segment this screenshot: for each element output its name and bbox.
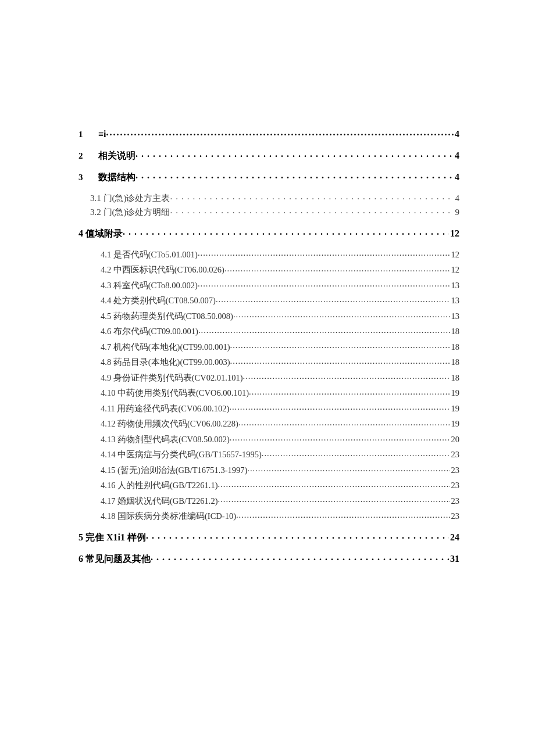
- toc-page: 23: [450, 497, 460, 506]
- toc-page: 23: [450, 512, 460, 521]
- toc-label: 4.2 中西医标识代码(CT06.00.026): [101, 266, 224, 274]
- toc-entry-4-10: 4.10 中药使用类别代码表(CVO6.00.101) 19: [79, 388, 459, 397]
- toc-page: 12: [450, 250, 460, 259]
- toc-label: 3.1 门(急)诊处方主表: [90, 194, 170, 203]
- toc-label: 4.13 药物剂型代码表(CV08.50.002): [101, 435, 230, 444]
- toc-entry-4-5: 4.5 药物药理类别代码(CT08.50.008) 13: [79, 310, 459, 320]
- toc-page: 19: [450, 404, 460, 413]
- toc-entry-3-2: 3.2 门(急)诊处方明细 9: [79, 206, 459, 217]
- toc-page: 24: [449, 533, 459, 542]
- toc-leader: [224, 264, 450, 273]
- toc-page: 18: [450, 343, 460, 352]
- toc-entry-6: 6 常见问题及其他 31: [79, 553, 459, 564]
- toc-entry-4-11: 4.11 用药途径代码表(CV06.00.102) 19: [79, 403, 459, 413]
- toc-label: 3.2 门(急)诊处方明细: [90, 208, 170, 217]
- toc-leader: [229, 403, 450, 411]
- toc-page: 23: [450, 481, 460, 490]
- toc-entry-2: 2 相关说明 4: [79, 149, 459, 160]
- toc-label: 4 值域附录: [79, 229, 123, 238]
- toc-label: 4.1 是否代码(CTo5.01.001): [101, 250, 198, 259]
- toc-entry-4-18: 4.18 国际疾病分类标准编码(ICD-10) 23: [79, 511, 459, 521]
- toc-leader: [216, 295, 450, 304]
- toc-label: 4.17 婚姻状况代码(GB/T2261.2): [101, 497, 218, 506]
- toc-label: 4.7 机构代码(本地化)(CT99.00.001): [101, 343, 230, 352]
- toc-page: 4: [454, 194, 460, 203]
- toc-leader: [218, 480, 450, 489]
- toc-entry-4-7: 4.7 机构代码(本地化)(CT99.00.001) 18: [79, 341, 459, 351]
- toc-page: 23: [450, 450, 460, 459]
- toc-leader: [170, 206, 454, 215]
- toc-leader: [146, 531, 449, 540]
- toc-page: 20: [450, 435, 460, 444]
- toc-leader: [238, 418, 450, 427]
- toc-leader: [218, 495, 450, 504]
- toc-label: 5 完隹 X1i1 样例: [79, 533, 146, 542]
- toc-entry-4-16: 4.16 人的性别代码(GB/T2261.1) 23: [79, 480, 459, 490]
- toc-entry-4-6: 4.6 布尔代码(CT09.00.001) 18: [79, 326, 459, 336]
- toc-leader: [170, 192, 454, 201]
- toc-entry-4-15: 4.15 (暂无)治则治法(GB/T16751.3-1997) 23: [79, 464, 459, 474]
- toc-label: 4.6 布尔代码(CT09.00.001): [101, 327, 198, 336]
- toc-label: 6 常见问题及其他: [79, 554, 151, 564]
- toc-page: 23: [450, 466, 460, 475]
- toc-leader: [151, 553, 449, 562]
- toc-page: 13: [450, 312, 460, 321]
- toc-leader: [230, 433, 450, 442]
- toc-entry-3-1: 3.1 门(急)诊处方主表 4: [79, 192, 459, 203]
- toc-page: 31: [449, 554, 459, 564]
- toc-label: 4.18 国际疾病分类标准编码(ICD-10): [101, 512, 236, 521]
- toc-page: 18: [450, 374, 460, 382]
- toc-label: 4.3 科室代码(CTo8.00.002): [101, 281, 198, 290]
- toc-label: ≡i: [98, 130, 106, 139]
- toc-leader: [123, 227, 449, 237]
- toc-label: 4.5 药物药理类别代码(CT08.50.008): [101, 312, 233, 321]
- toc-entry-4-4: 4.4 处方类别代码(CT08.50.007) 13: [79, 295, 459, 305]
- toc-leader: [198, 280, 450, 288]
- toc-label: 4.12 药物使用频次代码(CV06.00.228): [101, 420, 238, 428]
- toc-leader: [106, 128, 454, 137]
- toc-label: 4.8 药品目录(本地化)(CT99.00.003): [101, 358, 230, 367]
- toc-leader: [249, 388, 450, 396]
- toc-label: 4.15 (暂无)治则治法(GB/T16751.3-1997): [101, 466, 247, 475]
- toc-entry-4-17: 4.17 婚姻状况代码(GB/T2261.2) 23: [79, 495, 459, 505]
- toc-label: 4.10 中药使用类别代码表(CVO6.00.101): [101, 389, 249, 397]
- toc-entry-5: 5 完隹 X1i1 样例 24: [79, 531, 459, 542]
- toc-leader: [262, 449, 450, 458]
- toc-entry-4-13: 4.13 药物剂型代码表(CV08.50.002) 20: [79, 433, 459, 443]
- toc-num: 2: [79, 152, 98, 160]
- toc-page: 4: [454, 130, 459, 139]
- toc-entry-4-9: 4.9 身份证件类别代码表(CV02.01.101) 18: [79, 372, 459, 382]
- toc-label: 4.14 中医病症与分类代码(GB/T15657-1995): [101, 450, 262, 459]
- toc-leader: [233, 310, 450, 319]
- toc-entry-4-12: 4.12 药物使用频次代码(CV06.00.228) 19: [79, 418, 459, 428]
- toc-leader: [230, 341, 450, 350]
- toc-leader: [135, 171, 454, 180]
- toc-label: 4.4 处方类别代码(CT08.50.007): [101, 296, 216, 305]
- toc-leader: [236, 511, 450, 519]
- toc-entry-1: 1 ≡i 4: [79, 128, 459, 139]
- toc-page: 18: [450, 327, 460, 336]
- toc-leader: [243, 372, 450, 381]
- toc-entry-4-14: 4.14 中医病症与分类代码(GB/T15657-1995) 23: [79, 449, 459, 459]
- toc-entry-4-2: 4.2 中西医标识代码(CT06.00.026) 12: [79, 264, 459, 274]
- toc-leader: [247, 464, 450, 473]
- toc-page: 4: [454, 151, 459, 160]
- toc-page: 19: [450, 389, 460, 397]
- toc-num: 1: [79, 130, 98, 139]
- toc-label: 4.11 用药途径代码表(CV06.00.102): [101, 404, 229, 413]
- toc-page: 12: [450, 266, 460, 274]
- toc-entry-4-3: 4.3 科室代码(CTo8.00.002) 13: [79, 280, 459, 289]
- toc-label: 数据结构: [98, 173, 135, 182]
- toc-page: 13: [450, 296, 460, 305]
- toc-page: 12: [449, 229, 459, 238]
- toc-entry-4-1: 4.1 是否代码(CTo5.01.001) 12: [79, 249, 459, 259]
- toc-page: 19: [450, 420, 460, 428]
- toc-leader: [135, 149, 454, 159]
- toc-entry-4: 4 值域附录 12: [79, 227, 459, 238]
- toc-label: 4.16 人的性别代码(GB/T2261.1): [101, 481, 218, 490]
- toc-leader: [230, 357, 450, 366]
- toc-entry-4-8: 4.8 药品目录(本地化)(CT99.00.003) 18: [79, 357, 459, 367]
- toc-leader: [198, 249, 450, 257]
- toc-num: 3: [79, 173, 98, 182]
- toc-entry-3: 3 数据结构 4: [79, 171, 459, 182]
